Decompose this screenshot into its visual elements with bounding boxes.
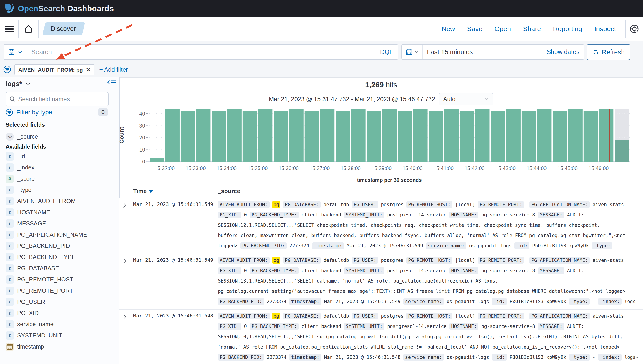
expand-row-icon[interactable] (123, 258, 126, 265)
histogram-bar (584, 111, 598, 162)
svg-text:15:34:00: 15:34:00 (216, 166, 237, 171)
time-picker-calendar-button[interactable] (402, 44, 423, 59)
field-item-_index[interactable]: t_index (0, 162, 119, 173)
string-field-icon: t (6, 230, 14, 239)
field-value: defaultdb (324, 258, 349, 263)
field-value: buffers_clean, maxwritten_clean, buffers… (218, 233, 626, 238)
time-column-header[interactable]: Time (133, 188, 153, 194)
collapse-left-icon (107, 78, 116, 86)
field-value: Mar 21, 2023 @ 15:46:31.548 (324, 354, 400, 360)
field-item-PG_BACKEND_PID[interactable]: tPG_BACKEND_PID (0, 240, 119, 252)
collapse-sidebar-button[interactable] (107, 78, 116, 87)
nav-link-new[interactable]: New (442, 25, 455, 33)
field-item-PG_REMOTE_PORT[interactable]: tPG_REMOTE_PORT (0, 285, 119, 296)
field-value: 2273374 (289, 243, 309, 248)
field-name: PG_BACKEND_PID (17, 242, 70, 250)
search-toolbar: DQL Last 15 minutes Show dates Refresh (0, 41, 643, 62)
field-item-AIVEN_AUDIT_FROM[interactable]: tAIVEN_AUDIT_FROM (0, 196, 119, 206)
svg-text:0: 0 (142, 159, 145, 164)
row-source: AIVEN_AUDIT_FROM: pg PG_DATABASE: defaul… (218, 255, 638, 307)
field-badge: PG_REMOTE_HOST: (406, 257, 452, 264)
interval-select[interactable]: Auto (438, 93, 494, 106)
saved-queries-button[interactable] (4, 44, 26, 59)
field-badge: PG_REMOTE_PORT: (478, 257, 524, 264)
svg-text:10: 10 (139, 147, 145, 153)
nav-link-save[interactable]: Save (467, 25, 482, 33)
svg-text:15:40:00: 15:40:00 (402, 166, 423, 171)
field-name: _index (17, 164, 34, 171)
dql-language-button[interactable]: DQL (375, 48, 398, 56)
search-input[interactable] (26, 48, 374, 56)
svg-text:30: 30 (139, 123, 145, 129)
menu-button[interactable] (0, 17, 18, 41)
calendar-field-icon (6, 342, 14, 351)
expand-row-icon[interactable] (123, 202, 126, 209)
life-ring-icon (630, 24, 639, 34)
filter-options-button[interactable] (3, 65, 11, 74)
field-badge: timestamp: (289, 354, 321, 361)
add-filter-button[interactable]: + Add filter (99, 66, 128, 73)
svg-text:15:46:00: 15:46:00 (588, 166, 609, 171)
field-value: pg_catalog.current_setting('autovacuum_f… (218, 288, 626, 294)
field-name: HOSTNAME (17, 209, 50, 216)
field-value: 0 (244, 268, 247, 273)
field-value: pg-source-service-8 (481, 268, 535, 273)
field-value: 0 (244, 324, 247, 329)
filter-bar: AIVEN_AUDIT_FROM: pg ✕ + Add filter (0, 62, 643, 78)
histogram-bar (506, 109, 520, 162)
filter-pill[interactable]: AIVEN_AUDIT_FROM: pg ✕ (14, 64, 94, 75)
field-item-service_name[interactable]: tservice_name (0, 318, 119, 330)
nav-link-open[interactable]: Open (494, 25, 511, 33)
field-badge: PG_USER: (352, 313, 378, 320)
field-badge: _id: (492, 354, 507, 361)
field-value: postgresql-14.service (387, 324, 447, 329)
field-badge: _type: (569, 354, 590, 361)
field-value: aiven-stats (593, 202, 624, 207)
nav-link-share[interactable]: Share (523, 25, 541, 33)
field-badge: MESSAGE: (538, 212, 564, 218)
field-item-_score[interactable]: #_score (0, 173, 119, 184)
histogram-bar (212, 111, 226, 162)
field-item-MESSAGE[interactable]: tMESSAGE (0, 218, 119, 229)
field-badge: PG_BACKEND_PID: (218, 298, 264, 305)
histogram-bar (522, 111, 536, 162)
histogram-bar (367, 111, 381, 162)
field-item-HOSTNAME[interactable]: tHOSTNAME (0, 206, 119, 218)
tab-discover[interactable]: Discover (42, 22, 85, 35)
field-item-PG_BACKEND_TYPE[interactable]: tPG_BACKEND_TYPE (0, 252, 119, 262)
nav-link-reporting[interactable]: Reporting (553, 25, 582, 33)
time-range-value[interactable]: Last 15 minutes (427, 48, 473, 56)
field-item-_id[interactable]: t_id (0, 151, 119, 162)
field-value: [local] (455, 202, 475, 207)
field-item-PG_DATABASE[interactable]: tPG_DATABASE (0, 262, 119, 274)
field-item-SYSTEMD_UNIT[interactable]: tSYSTEMD_UNIT (0, 330, 119, 341)
nav-link-inspect[interactable]: Inspect (594, 25, 616, 33)
remove-filter-icon[interactable]: ✕ (86, 66, 91, 73)
refresh-button[interactable]: Refresh (586, 44, 630, 60)
row-timestamp: Mar 21, 2023 @ 15:46:31.549 (133, 202, 213, 207)
field-item-_type[interactable]: t_type (0, 184, 119, 196)
filter-by-type-button[interactable]: Filter by type 0 (6, 108, 108, 116)
field-item-PG_REMOTE_HOST[interactable]: tPG_REMOTE_HOST (0, 274, 119, 285)
field-value: AUDIT: (567, 212, 584, 218)
histogram-bar (181, 111, 195, 162)
field-item-timestamp[interactable]: timestamp (0, 341, 119, 352)
field-search-input[interactable] (18, 96, 99, 103)
field-badge: HOSTNAME: (449, 323, 478, 330)
help-button[interactable] (626, 24, 643, 34)
field-item-PG_APPLICATION_NAME[interactable]: tPG_APPLICATION_NAME (0, 229, 119, 240)
field-item-PG_USER[interactable]: tPG_USER (0, 296, 119, 307)
field-name: PG_BACKEND_TYPE (17, 254, 76, 260)
field-item-PG_XID[interactable]: tPG_XID (0, 307, 119, 318)
home-button[interactable] (19, 17, 38, 41)
show-dates-button[interactable]: Show dates (547, 48, 580, 56)
field-value: - (615, 243, 618, 248)
field-badge: _index: (598, 298, 622, 305)
chevron-down-icon (484, 98, 489, 101)
chevron-down-icon (25, 82, 31, 86)
field-name: _type (17, 186, 32, 194)
field-badge: HOSTNAME: (449, 267, 478, 274)
field-item-_source[interactable]: </>_source (0, 131, 119, 142)
index-pattern-switcher[interactable]: logs* (6, 80, 31, 88)
expand-row-icon[interactable] (123, 314, 126, 320)
